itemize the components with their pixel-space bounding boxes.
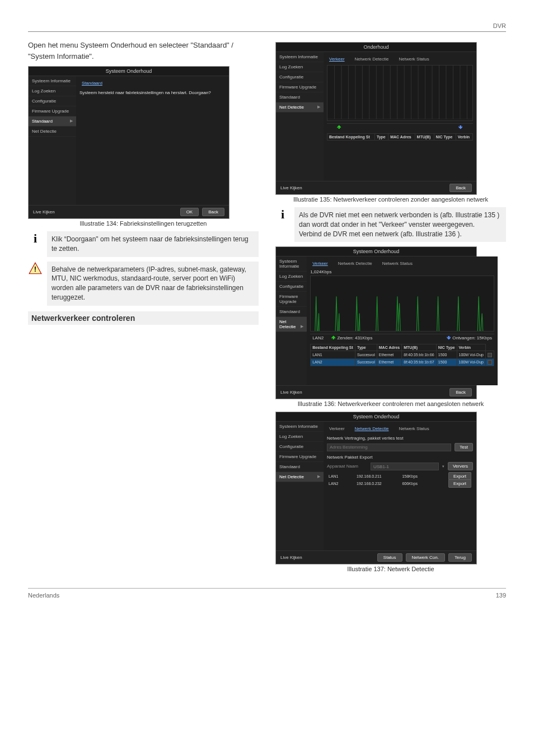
info-icon: i — [28, 231, 43, 246]
tab-netwerk-detectie[interactable]: Netwerk Detectie — [336, 260, 374, 267]
sidebar-configuratie[interactable]: Configuratie — [29, 96, 76, 106]
fig3-title: Systeem Onderhoud — [276, 247, 476, 256]
chevron-right-icon: ▶ — [70, 119, 73, 123]
fig1-sidemenu: Systeem Informatie Log Zoeken Configurat… — [29, 76, 76, 205]
table-row[interactable]: LAN1SuccesvolEthernet8f:40:35:bb:1b:6615… — [311, 351, 494, 358]
tab-netwerk-status[interactable]: Netwerk Status — [397, 55, 432, 63]
rate-top-label: 1,024Kbps — [310, 269, 494, 274]
sidebar-item[interactable]: Configuratie — [276, 282, 307, 292]
note-info-1: Klik “Doorgaan" om het systeem naar de f… — [47, 231, 259, 257]
sidebar-item[interactable]: Standaard — [276, 462, 324, 472]
live-kijken-button[interactable]: Live Kijken — [280, 185, 302, 190]
tab-standaard[interactable]: Standaard — [79, 80, 105, 87]
nic-table: Bestand Koppeling St Type MAC Adres MTU(… — [310, 344, 494, 366]
tab-netwerk-status[interactable]: Netwerk Status — [380, 260, 415, 267]
reset-confirm-msg: Systeem hersteld naar fabrieksinstelling… — [79, 90, 226, 95]
status-button[interactable]: Status — [377, 553, 402, 562]
sidebar-item[interactable]: Net Detectie▶ — [276, 317, 307, 332]
sidebar-net-detectie[interactable]: Net Detectie — [29, 127, 76, 137]
table-row[interactable]: LAN2SuccesvolEthernet8f:40:35:bb:1b:6715… — [311, 358, 494, 366]
caption-fig3: Illustratie 136: Netwerkverkeer controle… — [275, 400, 506, 407]
note-warning: Behalve de netwerkparameters (IP-adres, … — [47, 262, 259, 306]
sidebar-systeem-informatie[interactable]: Systeem Informatie — [29, 76, 76, 86]
note-info-2: Als de DVR niet met een netwerk verbonde… — [294, 207, 506, 242]
fig2-title: Onderhoud — [276, 43, 476, 52]
sidebar-item[interactable]: Standaard — [276, 307, 307, 317]
back-button[interactable]: Back — [449, 388, 472, 396]
sidebar-item[interactable]: Net Detectie▶ — [276, 102, 324, 113]
tab-verkeer[interactable]: Verkeer — [327, 425, 347, 432]
upload-icon: 🡹 — [337, 125, 341, 130]
sidebar-item[interactable]: Firmware Upgrade — [276, 292, 307, 307]
sidebar-item[interactable]: Systeem Informatie — [276, 256, 307, 272]
nic-table-empty: Bestand Koppeling St Type MAC Adres MTU(… — [327, 133, 473, 141]
tab-verkeer[interactable]: Verkeer — [310, 260, 330, 267]
export-button[interactable]: Export — [448, 479, 471, 488]
dropdown-icon[interactable]: ▾ — [442, 464, 444, 469]
apparaat-naam-select[interactable]: USB1-1 — [371, 463, 439, 470]
footer-divider — [28, 588, 506, 589]
fig-netverkeer-no-network: Onderhoud Systeem Informatie Log Zoeken … — [275, 42, 477, 195]
back-button[interactable]: Back — [449, 184, 472, 192]
chevron-right-icon: ▶ — [317, 105, 320, 109]
sidebar-log-zoeken[interactable]: Log Zoeken — [29, 86, 76, 96]
live-kijken-button[interactable]: Live Kijken — [280, 390, 302, 395]
footer-right: 139 — [496, 592, 506, 599]
row-icon[interactable] — [488, 360, 492, 365]
sidebar-item[interactable]: Standaard — [276, 92, 324, 102]
netwerk-con-button[interactable]: Netwerk Con. — [406, 553, 445, 562]
send-rate: Zenden: 431Kbps — [337, 335, 372, 340]
tab-netwerk-detectie[interactable]: Netwerk Detectie — [353, 55, 391, 63]
tab-netwerk-detectie[interactable]: Netwerk Detectie — [353, 425, 391, 432]
intro-text: Open het menu Systeem Onderhoud en selec… — [28, 40, 259, 62]
sidebar-item[interactable]: Firmware Upgrade — [276, 452, 324, 462]
sidebar-item[interactable]: Log Zoeken — [276, 272, 307, 282]
footer-left: Nederlands — [28, 592, 59, 599]
sidebar-item[interactable]: Configuratie — [276, 72, 324, 82]
tab-netwerk-status[interactable]: Netwerk Status — [397, 425, 432, 432]
sidebar-item[interactable]: Log Zoeken — [276, 432, 324, 442]
test-button[interactable]: Test — [455, 443, 473, 451]
subhdr-delay-test: Netwerk Vertraging, pakket verlies test — [327, 436, 473, 441]
back-button[interactable]: Back — [202, 208, 224, 216]
sidebar-item[interactable]: Systeem Informatie — [276, 52, 324, 62]
ok-button[interactable]: OK — [180, 208, 199, 216]
live-kijken-button[interactable]: Live Kijken — [33, 209, 55, 214]
table-row: LAN2 192.168.0.232 606Kbps Export — [327, 480, 473, 487]
fig4-sidemenu: Systeem Informatie Log Zoeken Configurat… — [276, 422, 324, 550]
download-icon: 🡻 — [458, 125, 463, 130]
chevron-right-icon: ▶ — [301, 324, 303, 329]
live-kijken-button[interactable]: Live Kijken — [280, 555, 302, 560]
caption-fig4: Illustratie 137: Netwerk Detectie — [275, 566, 506, 572]
fig-netwerk-detectie: Systeem Onderhoud Systeem Informatie Log… — [275, 412, 477, 564]
terug-button[interactable]: Terug — [448, 553, 472, 562]
tab-verkeer[interactable]: Verkeer — [327, 55, 347, 63]
traffic-chart — [310, 276, 494, 332]
addr-destination-input[interactable] — [327, 444, 451, 451]
header-right: DVR — [28, 22, 506, 29]
fig3-sidemenu: Systeem Informatie Log Zoeken Configurat… — [276, 256, 307, 385]
recv-rate: Ontvangen: 15Kbps — [452, 335, 492, 340]
lan-name: LAN2 — [312, 335, 324, 340]
export-table: LAN1 192.168.0.211 158Kbps Export LAN2 1… — [327, 473, 473, 487]
ververs-button[interactable]: Ververs — [448, 462, 473, 470]
sidebar-item[interactable]: Net Detectie▶ — [276, 472, 324, 482]
caption-fig2: Illustratie 135: Netwerkverkeer controle… — [275, 196, 506, 203]
caption-fig1: Illustratie 134: Fabrieksinstellingen te… — [28, 220, 259, 227]
chevron-right-icon: ▶ — [317, 474, 320, 479]
sidebar-item[interactable]: Systeem Informatie — [276, 422, 324, 432]
sidebar-item[interactable]: Configuratie — [276, 442, 324, 452]
download-icon: 🡻 — [447, 335, 451, 340]
fig2-sidemenu: Systeem Informatie Log Zoeken Configurat… — [276, 52, 324, 181]
fig-netverkeer-connected: Systeem Onderhoud Systeem Informatie Log… — [275, 246, 477, 399]
row-icon[interactable] — [488, 353, 492, 357]
subhdr-packet-export: Netwerk Pakket Export — [327, 455, 473, 460]
sidebar-firmware-upgrade[interactable]: Firmware Upgrade — [29, 106, 76, 116]
warning-icon: ! — [28, 262, 43, 276]
svg-text:!: ! — [34, 265, 36, 273]
fig-standaard: Systeem Onderhoud Systeem Informatie Log… — [28, 66, 229, 219]
sidebar-item[interactable]: Firmware Upgrade — [276, 82, 324, 92]
sidebar-item[interactable]: Log Zoeken — [276, 62, 324, 72]
sidebar-standaard[interactable]: Standaard▶ — [29, 116, 76, 127]
fig4-title: Systeem Onderhoud — [276, 412, 476, 422]
